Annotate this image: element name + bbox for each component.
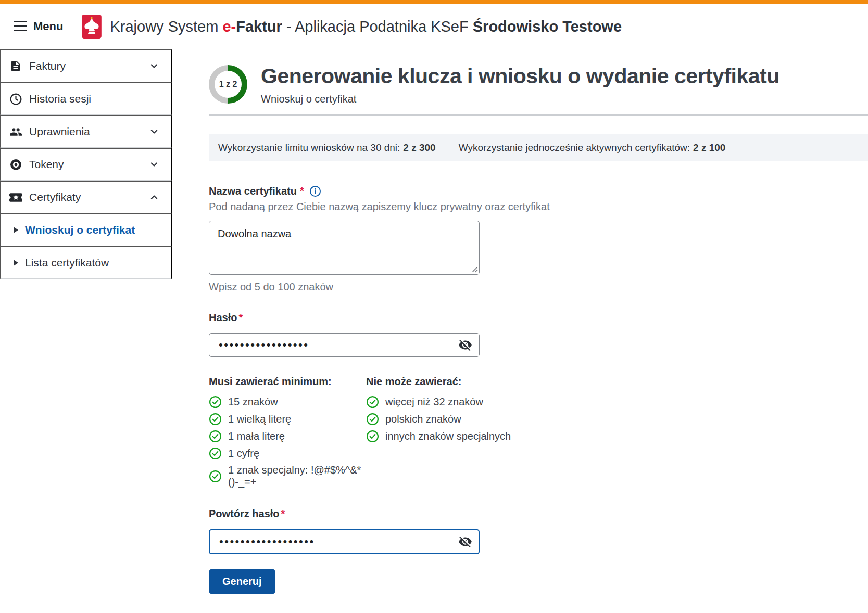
certificate-name-label: Nazwa certyfikatu <box>209 185 297 197</box>
certificate-name-hint: Wpisz od 5 do 100 znaków <box>209 281 868 293</box>
certificate-name-input[interactable]: Dowolna nazwa <box>209 221 480 275</box>
requirement-text: więcej niż 32 znaków <box>385 396 483 408</box>
password-requirements: Musi zawierać minimum: 15 znaków 1 wielk… <box>209 376 868 492</box>
requirement-item: 1 cyfrę <box>209 447 366 460</box>
app-title-middle: - Aplikacja Podatnika KSeF <box>282 18 473 35</box>
requirements-cannot-header: Nie może zawierać: <box>366 376 511 388</box>
sidebar: Faktury Historia sesji Uprawnienia <box>0 49 172 613</box>
requirement-item: innych znaków specjalnych <box>366 430 511 443</box>
sidebar-item-uprawnienia[interactable]: Uprawnienia <box>0 115 172 148</box>
sidebar-item-historia-sesji[interactable]: Historia sesji <box>0 82 172 115</box>
sidebar-subitem-label: Wnioskuj o certyfikat <box>25 224 135 236</box>
main-content: 1 z 2 Generowanie klucza i wniosku o wyd… <box>172 49 868 613</box>
app-title-environment: Środowisko Testowe <box>473 18 622 35</box>
sidebar-item-label: Faktury <box>29 60 149 72</box>
top-accent-bar <box>0 0 868 4</box>
requirements-must-header: Musi zawierać minimum: <box>209 376 366 388</box>
menu-button[interactable]: Menu <box>14 20 63 33</box>
requirement-item: 15 znaków <box>209 395 366 408</box>
toggle-password-visibility-button[interactable] <box>457 337 473 353</box>
requirement-item: 1 wielką literę <box>209 413 366 426</box>
toggle-repeat-password-visibility-button[interactable] <box>457 534 473 550</box>
sidebar-item-tokeny[interactable]: Tokeny <box>0 148 172 181</box>
repeat-password-label: Powtórz hasło <box>209 508 280 520</box>
check-circle-icon <box>366 395 379 408</box>
sidebar-subitem-lista-certyfikatow[interactable]: Lista certyfikatów <box>0 246 172 279</box>
document-icon <box>8 59 23 73</box>
requirement-text: 15 znaków <box>228 396 278 408</box>
usage-bar: Wykorzystanie limitu wniosków na 30 dni:… <box>209 134 868 161</box>
info-icon[interactable] <box>309 185 321 197</box>
requirement-item: więcej niż 32 znaków <box>366 395 511 408</box>
sidebar-item-faktury[interactable]: Faktury <box>0 49 172 82</box>
requirement-text: 1 cyfrę <box>228 448 259 459</box>
app-root: Menu Krajowy System e-Faktur - Aplikacja… <box>0 0 868 613</box>
usage-certificates: Wykorzystanie jednocześnie aktywnych cer… <box>459 142 726 154</box>
required-asterisk: * <box>238 312 243 324</box>
app-header: Menu Krajowy System e-Faktur - Aplikacja… <box>0 4 868 49</box>
generate-button[interactable]: Generuj <box>209 569 275 594</box>
certificate-form: Nazwa certyfikatu * Pod nadaną przez Cie… <box>209 185 868 594</box>
check-circle-icon <box>366 413 379 426</box>
usage-requests-label: Wykorzystanie limitu wniosków na 30 dni: <box>218 142 400 153</box>
requirements-must-column: Musi zawierać minimum: 15 znaków 1 wielk… <box>209 376 366 492</box>
page-titles: Generowanie klucza i wniosku o wydanie c… <box>261 64 779 105</box>
coat-of-arms-logo <box>82 15 102 39</box>
check-circle-icon <box>209 470 222 483</box>
usage-certificates-label: Wykorzystanie jednocześnie aktywnych cer… <box>459 142 690 153</box>
chevron-down-icon <box>149 126 159 137</box>
app-title-accent: e- <box>222 18 236 35</box>
check-circle-icon <box>209 430 222 443</box>
app-title-prefix: Krajowy System <box>110 18 222 35</box>
app-title-brand: Faktur <box>236 18 282 35</box>
certificate-name-label-row: Nazwa certyfikatu * <box>209 185 868 197</box>
password-input[interactable] <box>209 333 480 357</box>
password-field <box>209 333 480 357</box>
certificate-icon <box>8 191 23 204</box>
usage-requests-value: 2 z 300 <box>403 142 435 153</box>
check-circle-icon <box>209 413 222 426</box>
chevron-up-icon <box>149 192 159 202</box>
requirement-text: 1 wielką literę <box>228 413 291 425</box>
repeat-password-input[interactable] <box>209 529 480 554</box>
people-icon <box>8 125 23 138</box>
sidebar-item-certyfikaty[interactable]: Certyfikaty <box>0 181 172 213</box>
chevron-down-icon <box>149 61 159 71</box>
requirement-item: 1 znak specjalny: !@#$%^&*()-_=+ <box>209 464 366 488</box>
usage-certificates-value: 2 z 100 <box>693 142 725 153</box>
page-title: Generowanie klucza i wniosku o wydanie c… <box>261 64 779 88</box>
check-circle-icon <box>366 430 379 443</box>
section-divider <box>209 114 868 116</box>
check-circle-icon <box>209 395 222 408</box>
sidebar-item-label: Tokeny <box>29 158 149 171</box>
required-asterisk: * <box>300 185 304 197</box>
step-progress-ring: 1 z 2 <box>209 65 247 104</box>
repeat-password-label-row: Powtórz hasło * <box>209 508 868 520</box>
requirement-text: 1 znak specjalny: !@#$%^&*()-_=+ <box>228 464 366 488</box>
body-layout: Faktury Historia sesji Uprawnienia <box>0 49 868 613</box>
eye-off-icon <box>458 535 472 549</box>
page-header: 1 z 2 Generowanie klucza i wniosku o wyd… <box>209 64 868 105</box>
sidebar-subitem-label: Lista certyfikatów <box>25 257 109 269</box>
menu-label: Menu <box>33 20 63 33</box>
token-icon <box>8 158 23 171</box>
required-asterisk: * <box>281 508 285 520</box>
password-label: Hasło <box>209 312 237 324</box>
resize-handle-icon[interactable] <box>471 266 478 273</box>
requirement-item: polskich znaków <box>366 413 511 426</box>
page-subtitle: Wnioskuj o certyfikat <box>261 93 779 105</box>
check-circle-icon <box>209 447 222 460</box>
triangle-right-icon <box>14 227 18 233</box>
requirement-text: polskich znaków <box>385 413 461 425</box>
requirement-text: 1 mała literę <box>228 430 285 442</box>
hamburger-icon <box>14 21 27 33</box>
sidebar-subitem-wnioskuj-o-certyfikat[interactable]: Wnioskuj o certyfikat <box>0 213 172 246</box>
requirement-item: 1 mała literę <box>209 430 366 443</box>
requirements-cannot-column: Nie może zawierać: więcej niż 32 znaków … <box>366 376 511 492</box>
repeat-password-field <box>209 529 480 554</box>
requirement-text: innych znaków specjalnych <box>385 430 511 442</box>
usage-requests: Wykorzystanie limitu wniosków na 30 dni:… <box>218 142 436 154</box>
sidebar-item-label: Uprawnienia <box>29 125 149 138</box>
password-label-row: Hasło * <box>209 312 868 324</box>
certificate-name-field: Dowolna nazwa <box>209 221 480 275</box>
